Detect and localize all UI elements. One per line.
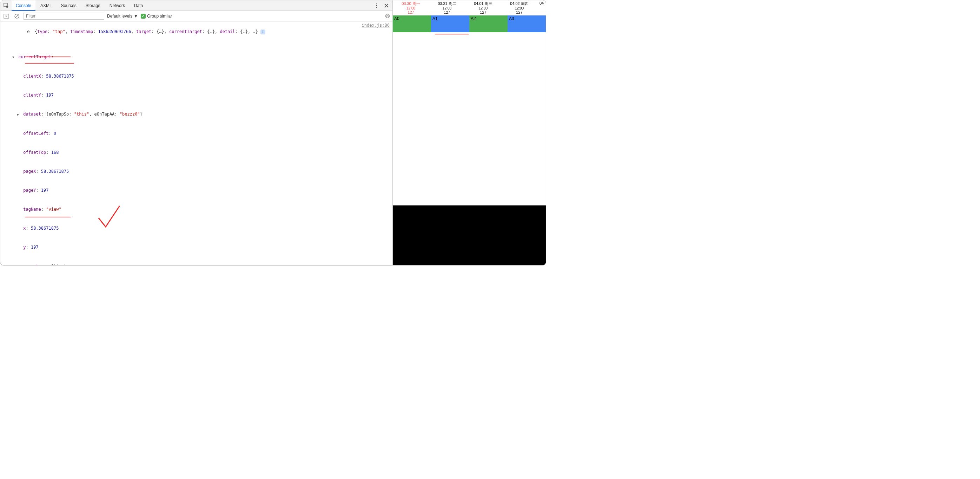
console-output[interactable]: e {type: "tap", timeStamp: 1586359693766… bbox=[0, 21, 393, 265]
grid-cell[interactable]: A2 bbox=[469, 16, 508, 32]
date-tab[interactable]: 04.01 周三 12:00 127 bbox=[465, 0, 501, 15]
group-similar-toggle[interactable]: ✓ Group similar bbox=[141, 14, 172, 19]
settings-icon[interactable] bbox=[385, 13, 390, 19]
grid-cell[interactable]: A1 bbox=[431, 16, 469, 32]
filter-input[interactable] bbox=[24, 13, 104, 20]
expand-toggle[interactable] bbox=[17, 111, 21, 118]
svg-point-2 bbox=[376, 5, 377, 6]
tab-network[interactable]: Network bbox=[105, 0, 129, 11]
log-levels-dropdown[interactable]: Default levels ▼ bbox=[107, 14, 138, 19]
checkmark-icon: ✓ bbox=[141, 14, 146, 19]
simulator-panel: 03.30 周一 12:00 127 03.31 周二 12:00 127 04… bbox=[393, 0, 546, 265]
expand-toggle[interactable] bbox=[12, 54, 16, 61]
console-toolbar: Default levels ▼ ✓ Group similar bbox=[0, 11, 393, 21]
svg-point-3 bbox=[376, 7, 377, 8]
info-icon[interactable]: i bbox=[261, 29, 266, 34]
devtools-tabbar: Console AXML Sources Storage Network Dat… bbox=[0, 0, 393, 11]
annotation-checkmark bbox=[95, 204, 123, 232]
close-icon[interactable] bbox=[382, 1, 391, 10]
tab-storage[interactable]: Storage bbox=[81, 0, 105, 11]
simulator-canvas[interactable] bbox=[393, 34, 546, 206]
log-prefix: e bbox=[27, 29, 30, 34]
log-levels-label: Default levels bbox=[107, 14, 132, 19]
svg-point-1 bbox=[376, 3, 377, 4]
chevron-down-icon: ▼ bbox=[134, 14, 138, 19]
grid-cell[interactable]: A3 bbox=[508, 16, 546, 32]
grid-cell[interactable]: A0 bbox=[393, 16, 431, 32]
tab-axml[interactable]: AXML bbox=[36, 0, 56, 11]
date-tab[interactable]: 03.30 周一 12:00 127 bbox=[393, 0, 429, 15]
expand-toggle[interactable] bbox=[17, 263, 21, 265]
group-similar-label: Group similar bbox=[147, 14, 172, 19]
inspect-icon[interactable] bbox=[2, 1, 11, 10]
more-icon[interactable] bbox=[372, 1, 381, 10]
clear-console-icon[interactable] bbox=[13, 12, 21, 20]
block-row: A0 A1 A2 A3 bbox=[393, 16, 546, 32]
annotation-mark bbox=[25, 56, 70, 57]
date-tab[interactable]: 04 bbox=[538, 0, 546, 15]
date-tabs: 03.30 周一 12:00 127 03.31 周二 12:00 127 04… bbox=[393, 0, 546, 16]
date-tab[interactable]: 03.31 周二 12:00 127 bbox=[429, 0, 465, 15]
tab-console[interactable]: Console bbox=[11, 0, 35, 11]
tab-data[interactable]: Data bbox=[130, 0, 147, 11]
simulator-frame-bottom bbox=[393, 206, 546, 265]
annotation-mark bbox=[25, 217, 70, 217]
annotation-mark bbox=[25, 63, 74, 64]
source-link[interactable]: index.js:80 bbox=[358, 22, 390, 265]
tab-sources[interactable]: Sources bbox=[57, 0, 81, 11]
sidebar-toggle-icon[interactable] bbox=[2, 12, 10, 20]
date-tab[interactable]: 04.02 周四 12:00 127 bbox=[501, 0, 538, 15]
